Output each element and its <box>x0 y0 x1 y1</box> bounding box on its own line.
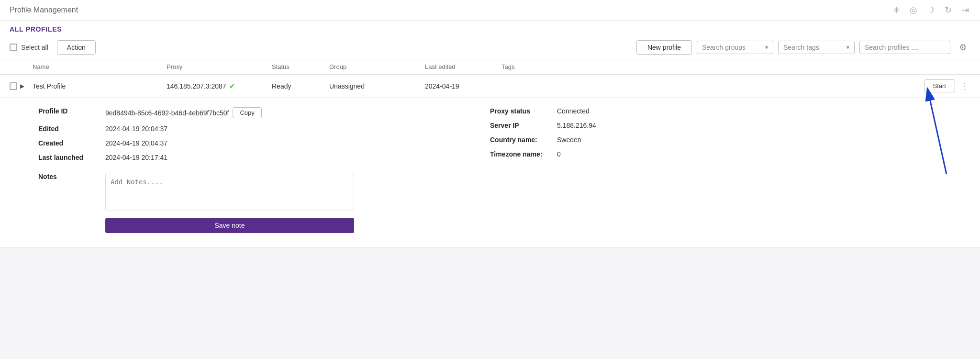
last-launched-value: 2024-04-19 20:17:41 <box>105 154 167 161</box>
row-group: Unassigned <box>329 82 425 90</box>
detail-section: Profile ID 9ed8494b-85c6-4692-b46d-4eb69… <box>0 98 980 248</box>
start-button[interactable]: Start <box>924 79 955 92</box>
detail-right: Proxy status Connected Server IP 5.188.2… <box>490 107 942 233</box>
col-tags: Tags <box>501 63 932 70</box>
moon-icon[interactable]: ☽ <box>925 5 936 15</box>
timezone-name-label: Timezone name: <box>490 150 552 158</box>
col-checkbox <box>10 63 33 70</box>
main-content: Name Proxy Status Group Last edited Tags… <box>0 59 980 248</box>
send-icon[interactable]: ◎ <box>908 5 919 15</box>
last-launched-row: Last launched 2024-04-19 20:17:41 <box>38 154 490 161</box>
action-button[interactable]: Action <box>57 40 96 55</box>
created-row: Created 2024-04-19 20:04:37 <box>38 139 490 147</box>
row-checkbox-cell: ▶ <box>10 82 33 90</box>
notes-content: Save note <box>105 173 354 233</box>
profile-id-label: Profile ID <box>38 107 100 115</box>
created-value: 2024-04-19 20:04:37 <box>105 139 167 147</box>
notes-textarea[interactable] <box>105 173 354 211</box>
toolbar: Select all Action New profile Search gro… <box>0 36 980 59</box>
server-ip-label: Server IP <box>490 122 552 129</box>
notes-label: Notes <box>38 173 100 180</box>
refresh-icon[interactable]: ↻ <box>943 5 953 15</box>
detail-grid: Profile ID 9ed8494b-85c6-4692-b46d-4eb69… <box>38 107 942 233</box>
snowflake-icon[interactable]: ✳ <box>891 5 902 15</box>
proxy-status-value: Connected <box>557 107 590 115</box>
table-header: Name Proxy Status Group Last edited Tags <box>0 59 980 75</box>
detail-left: Profile ID 9ed8494b-85c6-4692-b46d-4eb69… <box>38 107 490 233</box>
col-actions <box>932 63 970 70</box>
settings-gear-button[interactable]: ⚙ <box>955 40 970 55</box>
table-row: ▶ Test Profile 146.185.207.3:2087 ✔ Read… <box>0 75 980 98</box>
search-groups-dropdown[interactable]: Search groups ▾ <box>697 41 773 54</box>
select-all-checkbox[interactable] <box>10 44 17 51</box>
proxy-status-label: Proxy status <box>490 107 552 115</box>
col-proxy: Proxy <box>167 63 272 70</box>
search-profiles-input[interactable]: Search profiles .... <box>859 41 950 54</box>
server-ip-row: Server IP 5.188.216.94 <box>490 122 942 129</box>
proxy-check-icon: ✔ <box>229 82 235 90</box>
proxy-status-row: Proxy status Connected <box>490 107 942 115</box>
last-launched-label: Last launched <box>38 154 100 161</box>
profile-id-value: 9ed8494b-85c6-4692-b46d-4eb69f7bc50f Cop… <box>105 107 262 118</box>
more-options-icon[interactable]: ⋮ <box>958 80 970 92</box>
row-actions: Start ⋮ <box>932 79 970 92</box>
country-name-value: Sweden <box>557 136 581 144</box>
edited-value: 2024-04-19 20:04:37 <box>105 125 167 133</box>
notes-row: Notes Save note <box>38 173 490 233</box>
header-icons: ✳ ◎ ☽ ↻ ⇥ <box>891 5 970 15</box>
logout-icon[interactable]: ⇥ <box>960 5 970 15</box>
copy-button[interactable]: Copy <box>233 107 261 118</box>
row-status: Ready <box>272 82 329 90</box>
server-ip-value: 5.188.216.94 <box>557 122 596 129</box>
chevron-down-icon: ▾ <box>846 44 849 51</box>
profile-id-row: Profile ID 9ed8494b-85c6-4692-b46d-4eb69… <box>38 107 490 118</box>
chevron-down-icon: ▾ <box>765 44 768 51</box>
country-name-row: Country name: Sweden <box>490 136 942 144</box>
timezone-name-row: Timezone name: 0 <box>490 150 942 158</box>
search-tags-dropdown[interactable]: Search tags ▾ <box>778 41 855 54</box>
row-last-edited: 2024-04-19 <box>425 82 501 90</box>
row-proxy: 146.185.207.3:2087 ✔ <box>167 82 272 90</box>
new-profile-button[interactable]: New profile <box>636 40 692 55</box>
select-all-label: Select all <box>21 44 48 51</box>
created-label: Created <box>38 139 100 147</box>
edited-label: Edited <box>38 125 100 133</box>
row-name: Test Profile <box>33 82 167 90</box>
col-status: Status <box>272 63 329 70</box>
row-checkbox[interactable] <box>10 82 17 90</box>
save-note-button[interactable]: Save note <box>105 218 354 233</box>
col-last-edited: Last edited <box>425 63 501 70</box>
country-name-label: Country name: <box>490 136 552 144</box>
app-title: Profile Management <box>10 6 78 14</box>
col-name: Name <box>33 63 167 70</box>
app-header: Profile Management ✳ ◎ ☽ ↻ ⇥ <box>0 0 980 21</box>
expand-arrow-icon[interactable]: ▶ <box>20 83 24 90</box>
edited-row: Edited 2024-04-19 20:04:37 <box>38 125 490 133</box>
timezone-name-value: 0 <box>557 150 561 158</box>
select-all-wrap: Select all <box>10 44 48 51</box>
section-title: ALL PROFILES <box>0 21 980 36</box>
col-group: Group <box>329 63 425 70</box>
